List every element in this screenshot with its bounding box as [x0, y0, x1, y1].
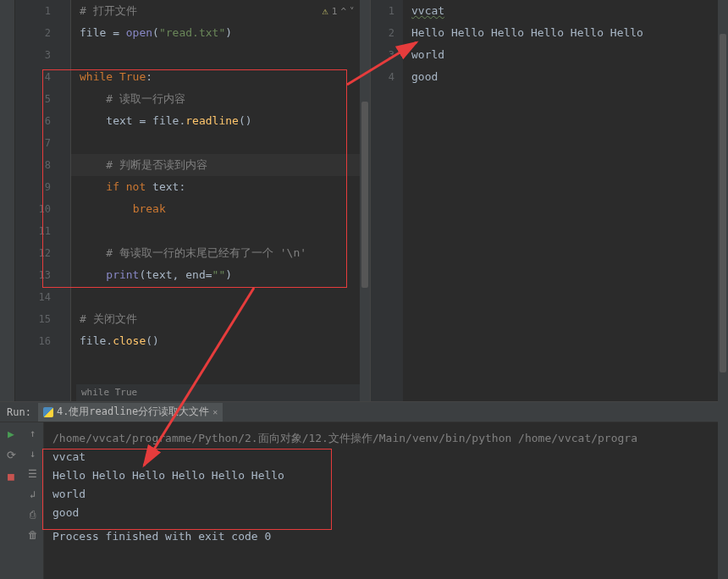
text-line[interactable]: vvcat: [411, 0, 728, 22]
line-number: 4: [15, 66, 51, 88]
run-label: Run:: [7, 406, 31, 418]
close-icon[interactable]: ✕: [212, 407, 218, 416]
text-content[interactable]: vvcatHello Hello Hello Hello Hello Hello…: [403, 0, 728, 401]
code-line[interactable]: text = file.readline(): [80, 110, 370, 132]
run-tab-bar: Run: 4.使用readline分行读取大文件 ✕: [0, 402, 728, 422]
line-number: 8: [15, 154, 51, 176]
code-content[interactable]: # 打开文件file = open("read.txt")while True:…: [71, 0, 370, 401]
down-icon[interactable]: ↓: [30, 448, 36, 460]
code-line[interactable]: file = open("read.txt"): [80, 22, 370, 44]
code-line[interactable]: [80, 132, 370, 154]
run-tab[interactable]: 4.使用readline分行读取大文件 ✕: [38, 403, 223, 422]
trash-icon[interactable]: 🗑: [28, 529, 38, 541]
code-line[interactable]: print(text, end=""): [80, 264, 370, 286]
breadcrumb[interactable]: while True: [76, 384, 370, 401]
line-number: 15: [15, 308, 51, 330]
line-number: 12: [15, 242, 51, 264]
console-line: Hello Hello Hello Hello Hello Hello: [52, 466, 720, 485]
code-line[interactable]: # 每读取一行的末尾已经有了一个 '\n': [80, 242, 370, 264]
code-line[interactable]: [80, 220, 370, 242]
print-icon[interactable]: ⎙: [30, 509, 36, 521]
line-number: 2: [15, 22, 51, 44]
line-number: 3: [15, 44, 51, 66]
text-line[interactable]: Hello Hello Hello Hello Hello Hello: [411, 22, 728, 44]
wrap-icon[interactable]: ↲: [30, 488, 36, 500]
code-line[interactable]: file.close(): [80, 330, 370, 352]
line-number: 5: [15, 88, 51, 110]
line-number: 9: [15, 176, 51, 198]
line-number: 3: [371, 44, 394, 66]
line-number: 10: [15, 198, 51, 220]
up-icon[interactable]: ↑: [30, 427, 36, 439]
rerun-icon[interactable]: ⟳: [7, 449, 16, 461]
code-line[interactable]: [80, 286, 370, 308]
console-line: world: [52, 485, 720, 504]
line-number-gutter: 1234: [371, 0, 403, 401]
run-icon[interactable]: ▶: [8, 427, 14, 440]
code-editor-pane: 12345678910111213141516 # 打开文件file = ope…: [15, 0, 371, 401]
code-line[interactable]: while True:: [80, 66, 370, 88]
code-line[interactable]: # 打开文件: [80, 0, 370, 22]
console-exit: Process finished with exit code 0: [52, 527, 720, 546]
stop-icon[interactable]: ■: [8, 470, 14, 482]
text-line[interactable]: good: [411, 66, 728, 88]
line-number: 11: [15, 220, 51, 242]
line-number: 16: [15, 330, 51, 352]
line-number: 2: [371, 22, 394, 44]
run-tab-name: 4.使用readline分行读取大文件: [57, 405, 209, 419]
python-icon: [43, 407, 53, 417]
line-number: 1: [15, 0, 51, 22]
window-scrollbar[interactable]: [718, 0, 728, 579]
line-number-gutter: 12345678910111213141516: [15, 0, 59, 401]
console-line: good: [52, 504, 720, 522]
text-line[interactable]: world: [411, 44, 728, 66]
line-number: 1: [371, 0, 394, 22]
line-number: 6: [15, 110, 51, 132]
run-tool-strip-left: ▶ ⟳ ■: [0, 422, 22, 579]
line-number: 13: [15, 264, 51, 286]
line-number: 4: [371, 66, 394, 88]
line-number: 14: [15, 286, 51, 308]
fold-gutter: [59, 0, 71, 401]
code-line[interactable]: # 读取一行内容: [80, 88, 370, 110]
line-number: 7: [15, 132, 51, 154]
text-file-pane: 1234 vvcatHello Hello Hello Hello Hello …: [371, 0, 728, 401]
indent-icon[interactable]: ☰: [28, 468, 37, 480]
console-line: vvcat: [52, 448, 720, 466]
code-line[interactable]: # 关闭文件: [80, 308, 370, 330]
console-output[interactable]: /home/vvcat/programme/Python/2.面向对象/12.文…: [44, 422, 728, 579]
run-tool-strip-right: ↑ ↓ ☰ ↲ ⎙ 🗑: [22, 422, 44, 579]
console-command: /home/vvcat/programme/Python/2.面向对象/12.文…: [52, 429, 720, 448]
code-line[interactable]: break: [80, 198, 370, 220]
code-line[interactable]: # 判断是否读到内容: [80, 154, 370, 176]
code-line[interactable]: if not text:: [80, 176, 370, 198]
left-tool-strip: [0, 0, 15, 401]
code-line[interactable]: [80, 44, 370, 66]
